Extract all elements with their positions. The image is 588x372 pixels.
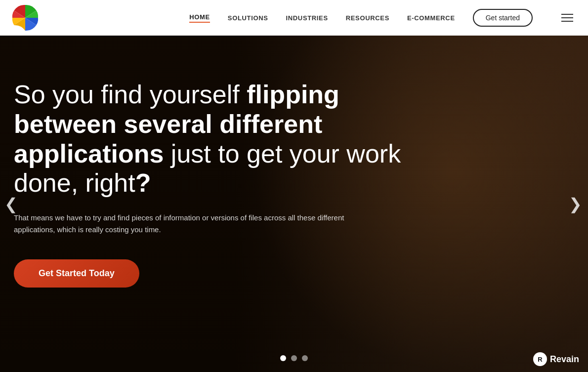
get-started-button[interactable]: Get started [473,9,533,27]
revain-watermark: R Revain [533,352,579,366]
headline-punct: ? [135,168,151,197]
hero-content: So you find yourself flipping between se… [14,80,509,288]
hero-section: So you find yourself flipping between se… [0,36,588,372]
revain-label: Revain [550,354,579,365]
carousel-dots [280,355,308,361]
nav-resources[interactable]: RESOURCES [346,14,389,22]
carousel-prev-arrow[interactable]: ❮ [0,193,22,215]
svg-text:R: R [538,356,543,363]
headline-text-1: So you find yourself [14,80,247,109]
carousel-dot-1[interactable] [280,355,286,361]
hamburger-menu[interactable] [558,9,576,27]
cta-button[interactable]: Get Started Today [14,259,139,288]
main-nav: HOME SOLUTIONS INDUSTRIES RESOURCES E-CO… [189,9,576,27]
carousel-next-arrow[interactable]: ❯ [564,193,586,215]
hero-headline: So you find yourself flipping between se… [14,80,409,198]
logo[interactable] [12,4,39,31]
nav-home[interactable]: HOME [189,13,210,23]
header: HOME SOLUTIONS INDUSTRIES RESOURCES E-CO… [0,0,588,36]
hero-subtext: That means we have to try and find piece… [14,212,350,236]
carousel-dot-3[interactable] [302,355,308,361]
nav-solutions[interactable]: SOLUTIONS [228,14,268,22]
carousel-dot-2[interactable] [291,355,297,361]
nav-industries[interactable]: INDUSTRIES [286,14,328,22]
revain-logo-icon: R [533,352,547,366]
nav-ecommerce[interactable]: E-COMMERCE [407,14,455,22]
